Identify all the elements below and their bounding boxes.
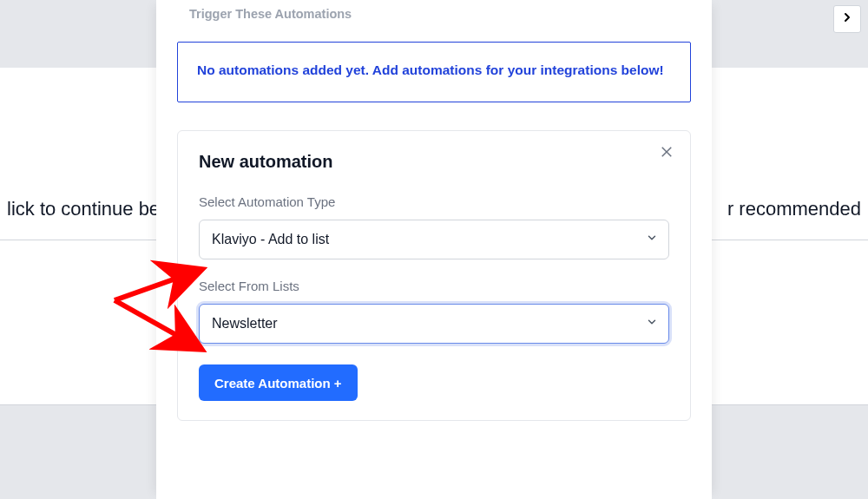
automation-type-value: Klaviyo - Add to list [212, 232, 329, 247]
create-automation-button[interactable]: Create Automation + [199, 364, 358, 401]
list-select-value: Newsletter [212, 316, 278, 332]
close-icon [659, 147, 674, 161]
list-select[interactable]: Newsletter [199, 304, 669, 344]
field-label-select-list: Select From Lists [199, 279, 669, 293]
empty-state-text: No automations added yet. Add automation… [197, 62, 664, 77]
chevron-right-icon [840, 10, 854, 28]
card-title: New automation [199, 152, 669, 172]
close-button[interactable] [659, 143, 674, 162]
new-automation-card: New automation Select Automation Type Kl… [177, 130, 691, 421]
automation-type-select[interactable]: Klaviyo - Add to list [199, 220, 669, 259]
create-automation-label: Create Automation + [214, 376, 342, 391]
field-label-automation-type: Select Automation Type [199, 194, 669, 209]
nav-next-button[interactable] [833, 5, 861, 33]
headline-right-fragment: r recommended [727, 198, 861, 220]
section-label-trigger-automations: Trigger These Automations [177, 7, 691, 21]
chevron-down-icon [646, 232, 658, 247]
chevron-down-icon [646, 316, 658, 332]
automation-modal: Trigger These Automations No automations… [156, 0, 712, 499]
empty-state-notice: No automations added yet. Add automation… [177, 42, 691, 102]
headline-left-fragment: lick to continue be [7, 198, 160, 220]
